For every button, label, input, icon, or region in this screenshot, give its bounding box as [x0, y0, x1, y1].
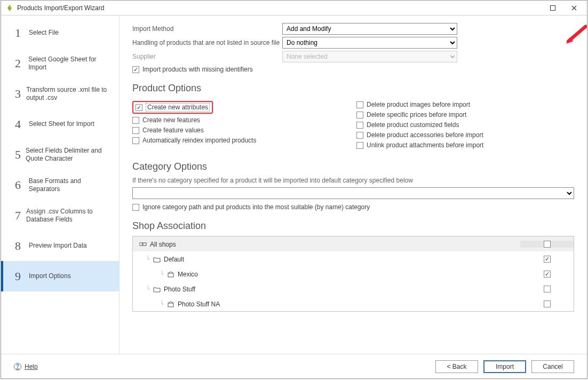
step-number: 4 [15, 117, 26, 131]
shop-label: Mexico [178, 271, 198, 278]
import-method-select[interactable]: Add and Modify [282, 23, 457, 35]
shop-checkbox[interactable] [544, 256, 551, 263]
shop-checkbox[interactable] [544, 300, 551, 307]
main-panel: Import Method Add and Modify Handling of… [120, 15, 587, 354]
cancel-button[interactable]: Cancel [531, 360, 574, 373]
wizard-step-1[interactable]: 1Select File [1, 18, 119, 48]
wizard-step-6[interactable]: 6Base Formats and Separators [1, 170, 119, 200]
option-label: Delete product customized fields [367, 121, 459, 129]
folder-icon [153, 256, 161, 263]
missing-identifiers-label: Import products with missing identifiers [142, 66, 253, 73]
shop-row[interactable]: └Photo Stuff [133, 281, 574, 296]
step-label: Base Formats and Separators [29, 177, 113, 193]
window-title: Products Import/Export Wizard [17, 4, 104, 12]
maximize-button[interactable] [542, 1, 563, 15]
shop-row[interactable]: └Default [133, 251, 574, 266]
shop-label: All shops [150, 241, 176, 248]
shop-cell-name: └Photo Stuff [133, 286, 520, 293]
option-label: Create new attributes [146, 103, 210, 112]
option-checkbox[interactable] [356, 101, 363, 108]
wizard-step-5[interactable]: 5Select Fields Delimiter and Quote Chara… [1, 139, 119, 170]
back-button[interactable]: < Back [435, 360, 478, 373]
wizard-steps: 1Select File2Select Google Sheet for Imp… [1, 15, 120, 354]
step-label: Import Options [29, 272, 71, 280]
option-label: Delete product images before import [367, 101, 470, 108]
option-checkbox[interactable] [132, 117, 139, 124]
import-button[interactable]: Import [483, 360, 526, 373]
option-checkbox[interactable] [356, 112, 363, 118]
wizard-step-9[interactable]: 9Import Options [1, 261, 119, 291]
supplier-select: None selected [282, 51, 457, 62]
step-label: Transform source .xml file to output .cs… [26, 86, 113, 102]
option-checkbox[interactable] [356, 122, 363, 129]
wizard-step-3[interactable]: 3Transform source .xml file to output .c… [1, 78, 119, 109]
wizard-step-2[interactable]: 2Select Google Sheet for Import [1, 48, 119, 78]
folder-icon [153, 286, 161, 292]
ignore-category-path-checkbox[interactable] [132, 204, 139, 211]
step-number: 3 [15, 87, 23, 101]
shops-icon [139, 241, 147, 248]
step-number: 2 [15, 57, 25, 70]
handling-label: Handling of products that are not listed… [132, 39, 282, 46]
shop-label: Default [164, 256, 184, 263]
wizard-window: Products Import/Export Wizard 1Select Fi… [1, 0, 587, 379]
category-options-hint: If there's no category specified for a p… [132, 177, 574, 184]
wizard-step-4[interactable]: 4Select Sheet for Import [1, 109, 119, 139]
shop-row[interactable]: All shops [133, 236, 574, 251]
step-number: 9 [15, 270, 26, 283]
product-options-title: Product Options [132, 83, 574, 94]
shop-cell-check [520, 286, 574, 292]
shop-cell-name: All shops [133, 241, 520, 248]
svg-rect-1 [139, 243, 142, 246]
import-method-label: Import Method [132, 25, 282, 33]
ignore-category-path-label: Ignore category path and put products in… [142, 203, 370, 211]
missing-identifiers-checkbox[interactable] [132, 66, 139, 73]
shop-label: Photo Stuff NA [178, 300, 220, 308]
shop-checkbox[interactable] [544, 271, 551, 278]
shop-checkbox[interactable] [544, 241, 551, 248]
highlighted-option: Create new attributes [132, 101, 213, 114]
option-checkbox[interactable] [132, 127, 139, 134]
store-icon [167, 301, 174, 307]
step-label: Preview Import Data [29, 242, 87, 250]
supplier-label: Supplier [132, 53, 282, 60]
option-label: Automatically reindex imported products [142, 137, 256, 144]
option-checkbox[interactable] [136, 104, 142, 111]
store-icon [167, 271, 174, 278]
shop-checkbox[interactable] [544, 286, 551, 292]
shop-cell-check [520, 256, 574, 263]
wizard-step-7[interactable]: 7Assign .csv Columns to Database Fields [1, 200, 119, 231]
tree-line: └ [136, 300, 164, 308]
help-link[interactable]: ? Help [14, 363, 38, 370]
handling-select[interactable]: Do nothing [282, 37, 457, 49]
option-label: Create new features [142, 116, 200, 124]
tree-line: └ [136, 271, 164, 278]
step-label: Select Sheet for Import [29, 120, 94, 128]
shop-association-title: Shop Association [132, 220, 574, 232]
step-number: 6 [15, 178, 26, 192]
shop-row[interactable]: └Mexico [133, 266, 574, 281]
option-checkbox[interactable] [132, 137, 139, 144]
option-label: Unlink product attachments before import [367, 141, 483, 149]
close-button[interactable] [563, 1, 585, 15]
svg-rect-2 [143, 243, 146, 246]
option-label: Delete product accessories before import [367, 131, 483, 139]
shop-label: Photo Stuff [164, 286, 195, 293]
option-label: Delete specific prices before import [367, 111, 466, 118]
step-label: Select Google Sheet for Import [28, 56, 113, 72]
footer: ? Help < Back Import Cancel [1, 354, 587, 378]
shop-cell-name: └Mexico [133, 271, 520, 278]
wizard-step-8[interactable]: 8Preview Import Data [1, 231, 119, 261]
option-checkbox[interactable] [356, 142, 363, 149]
option-label: Create feature values [142, 126, 204, 134]
shop-row[interactable]: └Photo Stuff NA [133, 296, 574, 311]
default-category-select[interactable] [132, 187, 574, 199]
step-label: Select File [29, 29, 59, 37]
shop-association-table: All shops└Default └Mexico└Photo Stuff └P… [132, 236, 574, 312]
svg-rect-4 [168, 303, 173, 307]
tree-line: └ [136, 256, 150, 263]
step-label: Select Fields Delimiter and Quote Charac… [26, 147, 113, 163]
step-number: 7 [15, 209, 23, 223]
svg-rect-0 [551, 5, 555, 10]
option-checkbox[interactable] [356, 132, 363, 139]
